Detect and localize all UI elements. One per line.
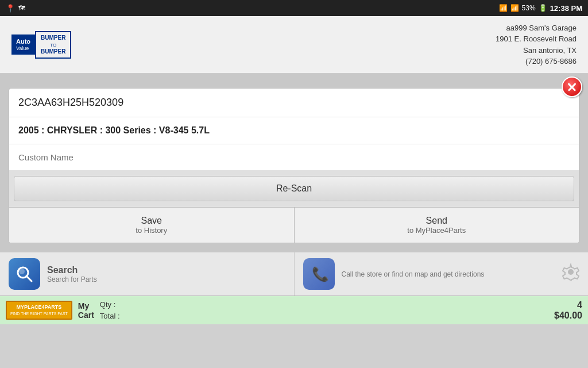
search-text: Search Search for Parts (47, 265, 97, 283)
custom-name-field[interactable] (9, 144, 579, 170)
call-store-item[interactable]: 📞 Call the store or find on map and get … (295, 252, 589, 296)
status-icons: 📶 📶 53% 🔋 12:38 PM (499, 4, 582, 13)
gear-icon (562, 263, 579, 281)
myplace4parts-logo: MYPLACE4PARTS FIND THE RIGHT PARTS FAST (6, 301, 72, 320)
send-myplace-button[interactable]: Send to MyPlace4Parts (295, 208, 579, 243)
signal-icon: 📶 (510, 4, 519, 12)
gear-icon-wrap (562, 263, 579, 285)
phone-icon-bg: 📞 (303, 258, 335, 290)
footer-bar: MYPLACE4PARTS FIND THE RIGHT PARTS FAST … (0, 296, 588, 324)
search-icon-bg (9, 258, 40, 290)
location-icon: 📍 (6, 4, 15, 13)
save-sub: to History (15, 226, 288, 235)
cart-total-price: $40.00 (554, 310, 582, 321)
status-bar-left: 📍 🗺 (6, 4, 496, 13)
save-history-button[interactable]: Save to History (9, 208, 295, 243)
custom-name-input[interactable] (18, 152, 570, 162)
search-icon (14, 264, 34, 284)
cart-qty-value: 4 (577, 300, 582, 310)
rescan-button[interactable]: Re-Scan (14, 176, 574, 201)
phone-icon: 📞 (309, 264, 329, 284)
store-phone: (720) 675-8686 (496, 56, 577, 67)
cart-right: 4 $40.00 (554, 300, 582, 321)
store-address2: San antonio, TX (496, 45, 577, 56)
logo-line1: MYPLACE4PARTS (17, 304, 62, 310)
send-title: Send (300, 216, 574, 226)
map-icon: 🗺 (18, 4, 25, 12)
wifi-icon: 📶 (499, 4, 508, 12)
svg-text:📞: 📞 (312, 266, 329, 282)
header: AutoValue BUMPERTOBUMPER aa999 Sam's Gar… (0, 16, 588, 74)
vin-dialog: 2C3AA63H25H520309 2005 : CHRYSLER : 300 … (9, 88, 579, 243)
search-desc: Search for Parts (47, 275, 97, 283)
status-time: 12:38 PM (550, 4, 582, 13)
total-row: Total : (100, 310, 554, 322)
svg-point-2 (19, 269, 25, 274)
battery-percent: 53% (522, 4, 536, 12)
logo-line2: FIND THE RIGHT PARTS FAST (10, 311, 68, 316)
status-bar: 📍 🗺 📶 📶 53% 🔋 12:38 PM (0, 0, 588, 16)
svg-line-1 (26, 276, 32, 281)
close-button[interactable] (562, 76, 582, 97)
total-label: Total : (100, 312, 120, 320)
bumper-to-bumper-logo: BUMPERTOBUMPER (35, 31, 71, 59)
cart-details: Qty : Total : (100, 299, 554, 321)
vehicle-info-display: 2005 : CHRYSLER : 300 Series : V8-345 5.… (9, 117, 579, 144)
vin-display: 2C3AA63H25H520309 (9, 89, 579, 117)
send-sub: to MyPlace4Parts (300, 226, 574, 235)
search-parts-item[interactable]: Search Search for Parts (0, 252, 295, 296)
rescan-button-wrap: Re-Scan (9, 170, 579, 207)
call-text: Call the store or find on map and get di… (342, 270, 485, 278)
store-address1: 1901 E. Roosevelt Road (496, 33, 577, 45)
my-cart-label: MyCart (78, 301, 94, 320)
logo-container: AutoValue BUMPERTOBUMPER (11, 31, 71, 59)
search-title: Search (47, 265, 97, 275)
auto-value-logo: AutoValue (11, 34, 35, 55)
action-buttons: Save to History Send to MyPlace4Parts (9, 207, 579, 243)
qty-label: Qty : (100, 300, 115, 309)
qty-row: Qty : (100, 299, 554, 310)
store-name: aa999 Sam's Garage (496, 22, 577, 34)
bottom-actions: Search Search for Parts 📞 Call the store… (0, 252, 588, 296)
svg-point-4 (568, 269, 574, 275)
save-title: Save (15, 216, 288, 226)
main-content: 2C3AA63H25H520309 2005 : CHRYSLER : 300 … (0, 74, 588, 252)
store-info: aa999 Sam's Garage 1901 E. Roosevelt Roa… (496, 22, 577, 67)
call-desc: Call the store or find on map and get di… (342, 270, 485, 278)
battery-icon: 🔋 (539, 4, 547, 12)
